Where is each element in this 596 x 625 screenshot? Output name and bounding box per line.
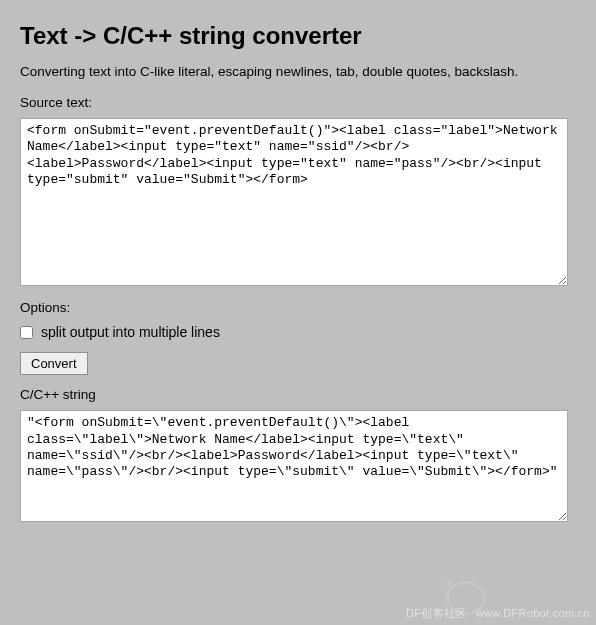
source-textarea[interactable] (20, 118, 568, 286)
watermark-url: www.DFRobot.com.cn (476, 607, 590, 619)
convert-button[interactable]: Convert (20, 352, 88, 375)
page-title: Text -> C/C++ string converter (20, 22, 576, 50)
page-description: Converting text into C-like literal, esc… (20, 64, 576, 79)
split-lines-label[interactable]: split output into multiple lines (41, 324, 220, 340)
options-label: Options: (20, 300, 576, 315)
watermark-cn: DF创客社区 (406, 607, 466, 619)
output-textarea[interactable] (20, 410, 568, 522)
source-label: Source text: (20, 95, 576, 110)
watermark-text: DF创客社区 www.DFRobot.com.cn (406, 606, 590, 621)
split-lines-checkbox[interactable] (20, 326, 33, 339)
watermark-logo (446, 581, 486, 615)
output-label: C/C++ string (20, 387, 576, 402)
